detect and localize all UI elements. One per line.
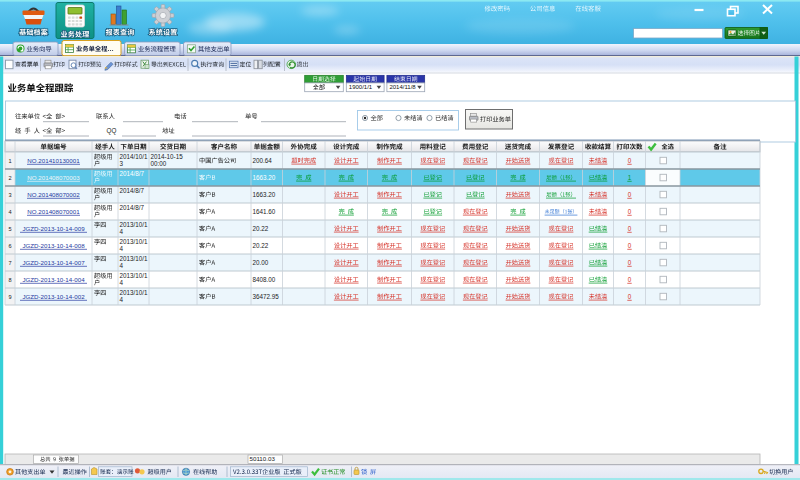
svg-text:0: 0 bbox=[628, 259, 632, 266]
svg-text:2013/10/1: 2013/10/1 bbox=[120, 255, 149, 262]
svg-text:JGZD-2013-10-14-007: JGZD-2013-10-14-007 bbox=[22, 259, 85, 266]
svg-text:NO.201410130001: NO.201410130001 bbox=[27, 157, 80, 164]
svg-text:4: 4 bbox=[120, 262, 124, 269]
svg-text:0: 0 bbox=[628, 208, 632, 215]
svg-text:0: 0 bbox=[628, 191, 632, 198]
svg-text:0: 0 bbox=[628, 293, 632, 300]
svg-text:2014/8/7: 2014/8/7 bbox=[120, 204, 145, 211]
svg-text:00:00: 00:00 bbox=[151, 160, 167, 167]
svg-text:3: 3 bbox=[120, 160, 124, 167]
svg-text:4: 4 bbox=[8, 209, 11, 215]
svg-text:0: 0 bbox=[628, 225, 632, 232]
svg-text:50110.03: 50110.03 bbox=[250, 455, 276, 462]
svg-text:JGZD-2013-10-14-002: JGZD-2013-10-14-002 bbox=[22, 293, 85, 300]
svg-text:6: 6 bbox=[8, 243, 11, 249]
svg-text:NO.201408070001: NO.201408070001 bbox=[27, 208, 80, 215]
svg-text:JGZD-2013-10-14-004: JGZD-2013-10-14-004 bbox=[22, 276, 85, 283]
svg-text:4: 4 bbox=[120, 296, 124, 303]
svg-text:2: 2 bbox=[8, 175, 11, 181]
svg-text:JGZD-2013-10-14-008: JGZD-2013-10-14-008 bbox=[22, 242, 85, 249]
svg-text:0: 0 bbox=[628, 157, 632, 164]
svg-text:1663.20: 1663.20 bbox=[253, 174, 276, 181]
svg-text:200.64: 200.64 bbox=[253, 157, 273, 164]
svg-text:2013/10/1: 2013/10/1 bbox=[120, 272, 149, 279]
svg-text:4: 4 bbox=[120, 228, 124, 235]
svg-text:8: 8 bbox=[8, 277, 11, 283]
svg-text:5: 5 bbox=[8, 226, 11, 232]
svg-text:2014/11/8: 2014/11/8 bbox=[389, 84, 416, 90]
svg-text:QQ: QQ bbox=[107, 127, 117, 135]
svg-text:2013/10/1: 2013/10/1 bbox=[120, 221, 149, 228]
svg-text:8408.00: 8408.00 bbox=[253, 276, 276, 283]
svg-text:1: 1 bbox=[8, 158, 11, 164]
svg-text:1641.60: 1641.60 bbox=[253, 208, 276, 215]
svg-text:0: 0 bbox=[628, 276, 632, 283]
svg-text:2014/8/7: 2014/8/7 bbox=[120, 170, 145, 177]
svg-text:3: 3 bbox=[8, 192, 11, 198]
svg-text:4: 4 bbox=[120, 245, 124, 252]
svg-text:NO.201408070003: NO.201408070003 bbox=[27, 174, 80, 181]
svg-text:1: 1 bbox=[628, 174, 632, 181]
svg-text:1663.20: 1663.20 bbox=[253, 191, 276, 198]
svg-text:2013/10/1: 2013/10/1 bbox=[120, 238, 149, 245]
svg-text:JGZD-2013-10-14-009: JGZD-2013-10-14-009 bbox=[22, 225, 85, 232]
svg-text:20.22: 20.22 bbox=[253, 225, 269, 232]
svg-text:20.00: 20.00 bbox=[253, 259, 269, 266]
svg-text:20.22: 20.22 bbox=[253, 242, 269, 249]
svg-text:2013/10/1: 2013/10/1 bbox=[120, 289, 149, 296]
svg-text:9: 9 bbox=[8, 294, 11, 300]
svg-text:7: 7 bbox=[8, 260, 11, 266]
svg-text:1900/1/1: 1900/1/1 bbox=[349, 84, 373, 90]
svg-text:0: 0 bbox=[628, 242, 632, 249]
svg-text:36472.95: 36472.95 bbox=[253, 293, 280, 300]
svg-text:2014/8/7: 2014/8/7 bbox=[120, 187, 145, 194]
svg-text:2014/10/1: 2014/10/1 bbox=[120, 153, 149, 160]
svg-text:4: 4 bbox=[120, 279, 124, 286]
svg-text:NO.201408070002: NO.201408070002 bbox=[27, 191, 80, 198]
